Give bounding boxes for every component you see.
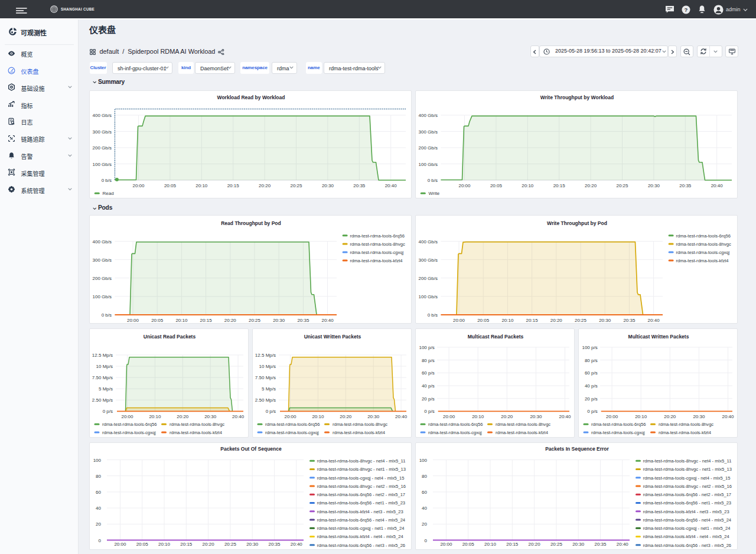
svg-text:7.50 Mp/s: 7.50 Mp/s <box>92 375 113 380</box>
svg-text:20:30: 20:30 <box>599 318 611 323</box>
svg-text:20:05: 20:05 <box>151 318 164 323</box>
svg-text:60 p/s: 60 p/s <box>422 370 435 376</box>
svg-text:20:05: 20:05 <box>477 318 490 323</box>
svg-text:rdma-test-rdma-tools-kfzt4: rdma-test-rdma-tools-kfzt4 <box>676 258 729 263</box>
svg-text:0 p/s: 0 p/s <box>587 409 597 414</box>
svg-text:20:20: 20:20 <box>340 414 352 419</box>
svg-text:20:25: 20:25 <box>575 318 587 323</box>
svg-text:20:30: 20:30 <box>530 414 542 419</box>
svg-text:20:40: 20:40 <box>722 414 734 419</box>
svg-text:rdma-test-rdma-tools-kfzt4: rdma-test-rdma-tools-kfzt4 <box>170 430 222 435</box>
svg-text:20:40: 20:40 <box>711 183 724 188</box>
svg-text:0 b/s: 0 b/s <box>428 178 438 183</box>
svg-text:rdma-test-rdma-tools-8hvgc: rdma-test-rdma-tools-8hvgc <box>676 242 731 247</box>
svg-text:40 p/s: 40 p/s <box>585 383 598 389</box>
svg-text:0 b/s: 0 b/s <box>102 178 112 183</box>
svg-text:rdma-test-rdma-tools-cgxqj: rdma-test-rdma-tools-cgxqj <box>428 430 482 435</box>
svg-text:20:05: 20:05 <box>136 542 149 547</box>
svg-text:Unicast Written Packets: Unicast Written Packets <box>304 334 361 340</box>
svg-text:rdma-test-rdma-tools-kfzt4 - n: rdma-test-rdma-tools-kfzt4 - net3 - mlx5… <box>643 509 729 514</box>
svg-text:rdma-test-rdma-tools-cgxqj - n: rdma-test-rdma-tools-cgxqj - net4 - mlx5… <box>643 475 731 481</box>
svg-text:20:10: 20:10 <box>522 183 534 188</box>
svg-text:20:10: 20:10 <box>484 542 497 547</box>
svg-text:Read: Read <box>103 191 114 196</box>
svg-text:rdma-test-rdma-tools-6rq56: rdma-test-rdma-tools-6rq56 <box>102 422 157 427</box>
svg-text:rdma-test-rdma-tools-6rq56 - n: rdma-test-rdma-tools-6rq56 - net2 - mlx5… <box>643 492 731 497</box>
svg-text:200 Gb/s: 200 Gb/s <box>419 145 438 151</box>
svg-text:200 Gb/s: 200 Gb/s <box>93 276 112 281</box>
svg-text:rdma-test-rdma-tools-cgxqj: rdma-test-rdma-tools-cgxqj <box>591 430 645 435</box>
svg-text:20:10: 20:10 <box>472 414 484 419</box>
svg-text:80 p/s: 80 p/s <box>422 358 435 363</box>
svg-text:Read Throughput by Pod: Read Throughput by Pod <box>221 220 281 226</box>
svg-text:20:00: 20:00 <box>440 542 452 547</box>
svg-text:0 b/s: 0 b/s <box>428 312 438 318</box>
svg-text:20:00: 20:00 <box>114 542 126 547</box>
svg-text:rdma-test-rdma-tools-kfzt4: rdma-test-rdma-tools-kfzt4 <box>350 258 403 263</box>
svg-text:80 p/s: 80 p/s <box>585 358 598 363</box>
svg-text:20:05: 20:05 <box>164 183 177 188</box>
svg-text:20:25: 20:25 <box>290 183 302 188</box>
svg-text:?: ? <box>685 6 688 13</box>
svg-text:rdma-test-rdma-tools-kfzt4 - n: rdma-test-rdma-tools-kfzt4 - net4 - mlx5… <box>643 534 729 539</box>
svg-text:20:40: 20:40 <box>232 414 245 419</box>
svg-text:20:15: 20:15 <box>200 318 213 323</box>
svg-text:100 p/s: 100 p/s <box>419 345 434 350</box>
svg-text:20:00: 20:00 <box>132 183 145 188</box>
svg-text:20 p/s: 20 p/s <box>585 396 598 402</box>
svg-text:rdma-test-rdma-tools-6rq56: rdma-test-rdma-tools-6rq56 <box>350 233 405 239</box>
svg-text:20:20: 20:20 <box>664 414 676 419</box>
svg-text:2.50 Mp/s: 2.50 Mp/s <box>255 397 276 403</box>
svg-text:rdma-test-rdma-tools-kfzt4 - n: rdma-test-rdma-tools-kfzt4 - net4 - mlx5… <box>317 534 403 539</box>
svg-text:rdma-test-rdma-tools-cgxqj: rdma-test-rdma-tools-cgxqj <box>265 430 319 435</box>
svg-text:20:15: 20:15 <box>526 318 539 323</box>
svg-text:300 Gb/s: 300 Gb/s <box>93 258 112 263</box>
svg-text:rdma-test-rdma-tools-8hvgc: rdma-test-rdma-tools-8hvgc <box>350 242 405 247</box>
svg-text:20:35: 20:35 <box>268 542 281 547</box>
svg-text:rdma-test-rdma-tools-cgxqj: rdma-test-rdma-tools-cgxqj <box>350 250 404 255</box>
svg-text:20:10: 20:10 <box>635 414 647 419</box>
svg-text:10 Mp/s: 10 Mp/s <box>96 364 113 369</box>
svg-text:rdma-test-rdma-tools-8hvgc - n: rdma-test-rdma-tools-8hvgc - net4 - mlx5… <box>643 458 732 464</box>
svg-text:rdma-test-rdma-tools-kfzt4 - n: rdma-test-rdma-tools-kfzt4 - net3 - mlx5… <box>317 509 403 514</box>
svg-text:rdma-test-rdma-tools-cgxqj: rdma-test-rdma-tools-cgxqj <box>102 430 156 435</box>
svg-text:60 p/s: 60 p/s <box>585 370 598 376</box>
svg-text:rdma-test-rdma-tools-6rq56 - n: rdma-test-rdma-tools-6rq56 - net4 - mlx5… <box>643 517 731 523</box>
svg-text:20:15: 20:15 <box>506 542 519 547</box>
svg-text:20:10: 20:10 <box>149 414 161 419</box>
svg-text:20:10: 20:10 <box>501 318 514 323</box>
svg-text:20:20: 20:20 <box>585 183 597 188</box>
svg-text:rdma-test-rdma-tools-6rq56: rdma-test-rdma-tools-6rq56 <box>591 422 646 427</box>
svg-text:300 Gb/s: 300 Gb/s <box>93 129 112 135</box>
svg-text:rdma-test-rdma-tools-6rq56: rdma-test-rdma-tools-6rq56 <box>428 422 483 427</box>
svg-text:20:35: 20:35 <box>353 183 366 188</box>
svg-text:20:30: 20:30 <box>693 414 705 419</box>
svg-text:5 Mp/s: 5 Mp/s <box>262 386 276 392</box>
svg-text:rdma-test-rdma-tools-6rq56 - n: rdma-test-rdma-tools-6rq56 - net1 - mlx5… <box>317 500 405 506</box>
svg-text:20:00: 20:00 <box>453 318 465 323</box>
svg-text:20:10: 20:10 <box>158 542 171 547</box>
svg-text:rdma-test-rdma-tools-8hvgc - n: rdma-test-rdma-tools-8hvgc - net1 - mlx5… <box>317 467 406 472</box>
svg-text:20:25: 20:25 <box>616 183 628 188</box>
svg-text:rdma-test-rdma-tools-8hvgc: rdma-test-rdma-tools-8hvgc <box>333 422 387 427</box>
svg-text:rdma-test-rdma-tools-8hvgc: rdma-test-rdma-tools-8hvgc <box>659 422 713 427</box>
svg-text:Multicast Read Packets: Multicast Read Packets <box>468 334 524 340</box>
svg-text:rdma-test-rdma-tools-6rq56 - n: rdma-test-rdma-tools-6rq56 - net3 - mlx5… <box>643 543 731 548</box>
svg-text:60: 60 <box>96 490 101 495</box>
svg-text:20:20: 20:20 <box>224 318 237 323</box>
svg-text:Packets In Sequence Error: Packets In Sequence Error <box>545 446 609 452</box>
svg-text:2.50 Mp/s: 2.50 Mp/s <box>92 397 113 403</box>
svg-text:rdma-test-rdma-tools-6rq56 - n: rdma-test-rdma-tools-6rq56 - net4 - mlx5… <box>317 517 405 523</box>
svg-text:20:40: 20:40 <box>291 542 303 547</box>
svg-text:12.5 Mp/s: 12.5 Mp/s <box>255 353 276 358</box>
svg-text:20: 20 <box>422 522 427 527</box>
svg-text:rdma-test-rdma-tools-8hvgc - n: rdma-test-rdma-tools-8hvgc - net2 - mlx5… <box>643 484 732 489</box>
svg-text:rdma-test-rdma-tools-8hvgc: rdma-test-rdma-tools-8hvgc <box>496 422 550 427</box>
svg-text:0 p/s: 0 p/s <box>424 409 434 414</box>
svg-text:20: 20 <box>96 522 101 527</box>
svg-text:0 b/s: 0 b/s <box>102 312 112 318</box>
svg-text:20:30: 20:30 <box>273 318 285 323</box>
svg-text:5 Mp/s: 5 Mp/s <box>99 386 113 392</box>
svg-text:rdma-test-rdma-tools-cgxqj: rdma-test-rdma-tools-cgxqj <box>676 250 730 255</box>
svg-text:40: 40 <box>422 506 427 511</box>
